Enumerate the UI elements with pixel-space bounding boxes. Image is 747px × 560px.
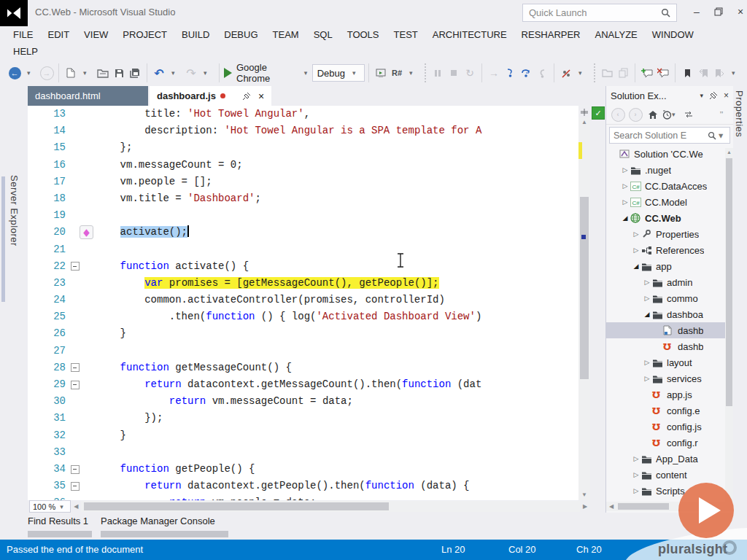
scrollbar-thumb[interactable] (580, 197, 589, 379)
code-line[interactable]: 20◆ activate(); (28, 224, 578, 241)
chevron-collapsed-icon[interactable]: ▷ (642, 295, 652, 302)
resharper-status-indicator[interactable]: ✓ (592, 106, 605, 120)
tree-item-dashb[interactable]: dashb (606, 322, 733, 338)
save-all-icon[interactable] (128, 64, 142, 82)
fold-collapse-icon[interactable] (71, 465, 80, 474)
chevron-collapsed-icon[interactable]: ▷ (620, 166, 630, 174)
code-line[interactable]: 13 title: 'Hot Towel Angular', (28, 106, 578, 122)
tab-dashboard.html[interactable]: dashboard.html (28, 86, 148, 106)
menu-item-architecture[interactable]: ARCHITECTURE (425, 26, 514, 43)
tree-item-app.js[interactable]: Ωapp.js (606, 386, 733, 402)
scroll-right-icon[interactable]: ▶ (580, 503, 590, 510)
tree-item-app-data[interactable]: ▷App_Data (606, 451, 733, 467)
menu-item-project[interactable]: PROJECT (115, 26, 174, 43)
fold-collapse-icon[interactable] (71, 381, 80, 389)
scroll-left-icon[interactable]: ◀ (606, 503, 616, 510)
chevron-collapsed-icon[interactable]: ▷ (642, 359, 652, 366)
menu-item-resharper[interactable]: RESHARPER (514, 26, 588, 43)
chevron-collapsed-icon[interactable]: ▷ (631, 455, 641, 462)
code-line[interactable]: 16 vm.messageCount = 0; (28, 157, 578, 174)
chevron-collapsed-icon[interactable]: ▷ (642, 375, 652, 382)
open-file-icon[interactable] (96, 64, 110, 82)
scroll-down-icon[interactable]: ▼ (578, 489, 590, 500)
menu-item-edit[interactable]: EDIT (40, 26, 77, 43)
close-icon[interactable]: × (724, 90, 729, 101)
new-file-icon[interactable] (63, 64, 78, 82)
quick-launch-input[interactable]: Quick Launch (522, 4, 677, 22)
chevron-down-icon[interactable]: ▾ (168, 64, 182, 82)
folder-icon[interactable] (600, 64, 614, 82)
code-line[interactable]: 26 } (28, 325, 578, 342)
redo-icon[interactable]: ↷ (184, 64, 198, 82)
tree-item-admin[interactable]: ▷admin (606, 274, 733, 290)
editor-zoom-select[interactable]: 100 % ▾ (29, 500, 71, 513)
code-line[interactable]: 32 } (28, 427, 578, 444)
code-line[interactable]: 24 common.activateController(promises, c… (28, 292, 578, 308)
tree-item-properties[interactable]: ▷Properties (606, 226, 733, 242)
code-line[interactable]: 14 description: 'Hot Towel Angular is a … (28, 122, 578, 139)
home-icon[interactable] (645, 106, 661, 123)
menu-item-help[interactable]: HELP (6, 43, 45, 60)
add-comment-icon[interactable] (640, 64, 654, 82)
code-line[interactable]: 33 (28, 444, 578, 461)
resharper-icon[interactable]: R# (390, 64, 404, 82)
code-line[interactable]: 30 return vm.messageCount = data; (28, 393, 578, 410)
bottom-tab-find-results-1[interactable]: Find Results 1 (28, 516, 88, 526)
tree-item-scripts[interactable]: ▷Scripts (606, 483, 733, 497)
code-line[interactable]: 27 (28, 343, 578, 359)
menu-item-test[interactable]: TEST (387, 26, 425, 43)
code-line[interactable]: 15 }; (28, 139, 578, 156)
scrollbar-thumb[interactable] (618, 503, 669, 510)
tree-item-services[interactable]: ▷services (606, 370, 733, 386)
chevron-collapsed-icon[interactable]: ▷ (631, 487, 641, 494)
chevron-down-icon[interactable]: ▾ (406, 64, 420, 82)
step-over-icon[interactable] (519, 64, 533, 82)
tree-item-dashboa[interactable]: ◢dashboa (606, 306, 733, 322)
step-into-icon[interactable] (503, 64, 517, 82)
tree-item-config.js[interactable]: Ωconfig.js (606, 419, 733, 435)
next-bookmark-icon[interactable] (712, 64, 727, 82)
undo-icon[interactable]: ↶ (152, 64, 166, 82)
scrollbar-thumb[interactable] (84, 502, 389, 510)
solution-explorer-horizontal-scrollbar[interactable]: ◀ (606, 502, 732, 511)
code-line[interactable]: 17 vm.people = []; (28, 174, 578, 190)
code-line[interactable]: 31 }); (28, 410, 578, 427)
forward-icon[interactable]: › (627, 106, 643, 123)
tree-item-cc.model[interactable]: ▷C#CC.Model (606, 194, 733, 210)
editor-vertical-scrollbar[interactable]: ▲ ▼ (578, 106, 590, 500)
menu-item-tools[interactable]: TOOLS (340, 26, 387, 43)
tree-item-commo[interactable]: ▷commo (606, 290, 733, 306)
tree-item-content[interactable]: ▷content (606, 467, 733, 483)
step-out-icon[interactable] (535, 64, 549, 82)
chevron-collapsed-icon[interactable]: ▷ (642, 279, 652, 286)
remove-comment-icon[interactable] (656, 64, 670, 82)
code-line[interactable]: 21 (28, 241, 578, 258)
save-icon[interactable] (112, 64, 126, 82)
previous-bookmark-icon[interactable] (696, 64, 711, 82)
chevron-expanded-icon[interactable]: ◢ (642, 311, 652, 318)
toolbar-overflow-icon[interactable]: ’’ (713, 106, 729, 123)
pause-icon[interactable] (430, 64, 445, 82)
chevron-expanded-icon[interactable]: ◢ (631, 262, 641, 270)
chevron-collapsed-icon[interactable]: ▷ (631, 230, 641, 238)
menu-item-build[interactable]: BUILD (174, 26, 217, 43)
split-handle-icon[interactable] (578, 106, 590, 117)
code-line[interactable]: 34 function getPeople() { (28, 461, 578, 478)
chevron-down-icon[interactable]: ▾ (728, 64, 743, 82)
fold-collapse-icon[interactable] (71, 363, 80, 372)
menu-item-file[interactable]: FILE (6, 26, 40, 43)
menu-item-window[interactable]: WINDOW (645, 26, 701, 43)
menu-item-analyze[interactable]: ANALYZE (588, 26, 645, 43)
tree-item-references[interactable]: ▷References (606, 242, 733, 258)
close-button[interactable]: × (729, 0, 747, 23)
code-line[interactable]: 23 var promises = [getMessageCount(), ge… (28, 275, 578, 292)
chevron-down-icon[interactable]: ▾ (575, 64, 589, 82)
code-line[interactable]: 22 function activate() { (28, 258, 578, 275)
code-line[interactable]: 36 return vm.people = data; (28, 494, 578, 500)
chevron-down-icon[interactable]: ▾ (23, 64, 38, 82)
fold-collapse-icon[interactable] (71, 262, 80, 271)
navigate-forward-icon[interactable]: → (39, 64, 54, 82)
bookmark-icon[interactable] (680, 64, 694, 82)
pin-icon[interactable] (709, 91, 718, 100)
start-debug-button[interactable]: Google Chrome▾ (224, 64, 311, 82)
